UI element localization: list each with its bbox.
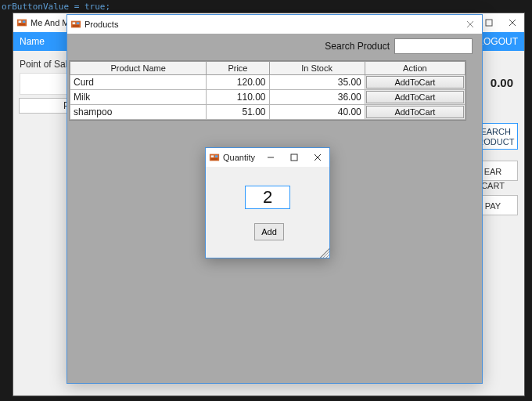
quantity-close-button[interactable]	[306, 148, 329, 167]
cell-price[interactable]: 110.00	[207, 90, 269, 105]
products-grid[interactable]: Product Name Price In Stock Action Curd1…	[69, 60, 466, 121]
svg-rect-10	[77, 22, 80, 24]
banner-logout-link[interactable]: LOGOUT	[478, 36, 518, 47]
svg-rect-9	[73, 22, 76, 24]
cell-stock[interactable]: 35.00	[269, 75, 365, 90]
cell-stock[interactable]: 40.00	[269, 105, 365, 120]
cell-price[interactable]: 120.00	[207, 75, 269, 90]
search-product-label: Search Product	[325, 41, 390, 52]
col-price[interactable]: Price	[207, 62, 269, 75]
svg-rect-1	[19, 20, 22, 23]
col-stock[interactable]: In Stock	[269, 62, 365, 75]
svg-rect-16	[215, 155, 218, 157]
svg-rect-17	[211, 158, 218, 161]
products-titlebar[interactable]: Products	[67, 15, 482, 34]
table-row[interactable]: shampoo51.0040.00AddToCart	[70, 105, 466, 120]
app-icon	[70, 19, 81, 30]
svg-rect-2	[23, 20, 26, 23]
pos-heading: Point of Sal	[20, 59, 67, 70]
quantity-minimize-button[interactable]	[259, 148, 282, 167]
products-title: Products	[84, 20, 118, 29]
editor-background: orButtonValue = true;	[0, 0, 112, 13]
col-product-name[interactable]: Product Name	[70, 62, 207, 75]
cell-stock[interactable]: 36.00	[269, 90, 365, 105]
svg-rect-19	[291, 154, 297, 161]
add-to-cart-button[interactable]: AddToCart	[366, 91, 464, 103]
svg-rect-5	[486, 20, 492, 26]
total-value: 0.00	[491, 76, 513, 89]
cell-name[interactable]: Curd	[70, 75, 207, 90]
add-to-cart-button[interactable]: AddToCart	[366, 76, 464, 89]
products-close-button[interactable]	[458, 15, 482, 34]
svg-rect-11	[73, 25, 80, 27]
app-icon	[16, 17, 27, 28]
add-to-cart-button[interactable]: AddToCart	[366, 106, 464, 118]
svg-rect-3	[19, 23, 26, 26]
quantity-window: Quantity Add	[205, 147, 330, 258]
cell-price[interactable]: 51.00	[207, 105, 269, 120]
col-action[interactable]: Action	[365, 62, 465, 75]
cell-name[interactable]: shampoo	[70, 105, 207, 120]
svg-rect-15	[211, 155, 214, 157]
banner-name-label: Name	[20, 36, 45, 47]
cell-name[interactable]: Milk	[70, 90, 207, 105]
resize-grip-icon[interactable]	[320, 248, 329, 258]
quantity-maximize-button[interactable]	[282, 148, 306, 167]
quantity-titlebar[interactable]: Quantity	[206, 148, 329, 167]
cart-grid-header-trunc: P	[19, 98, 74, 114]
table-row[interactable]: Curd120.0035.00AddToCart	[70, 75, 466, 90]
quantity-add-button[interactable]: Add	[254, 223, 284, 240]
search-product-input[interactable]	[394, 38, 473, 54]
quantity-title: Quantity	[223, 153, 255, 162]
close-button[interactable]	[501, 13, 524, 32]
app-icon	[209, 152, 220, 163]
table-row[interactable]: Milk110.0036.00AddToCart	[70, 90, 466, 105]
quantity-input[interactable]	[245, 186, 290, 209]
